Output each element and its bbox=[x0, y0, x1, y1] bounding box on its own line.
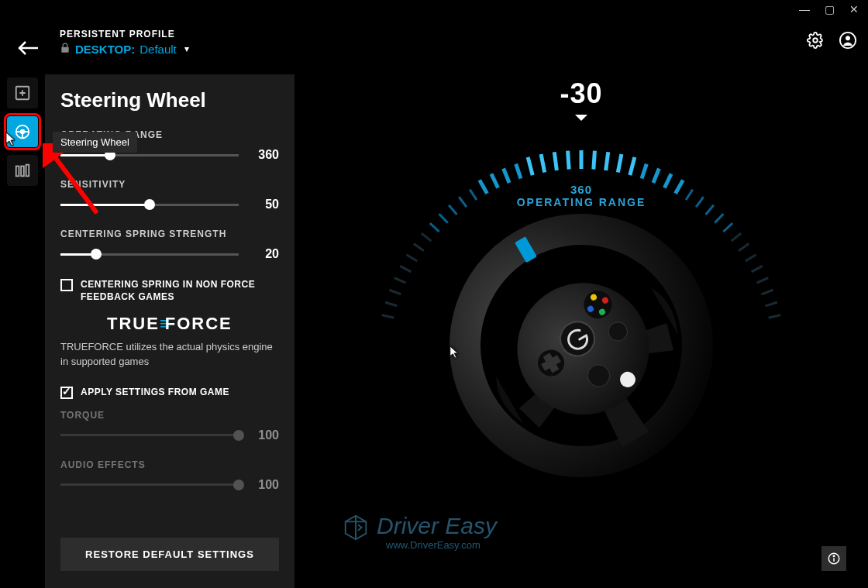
svg-line-32 bbox=[480, 180, 487, 193]
svg-line-45 bbox=[642, 164, 646, 179]
svg-line-61 bbox=[769, 315, 781, 318]
svg-line-53 bbox=[723, 223, 732, 232]
panel-title: Steering Wheel bbox=[60, 88, 279, 112]
profile-name: Default bbox=[140, 43, 177, 56]
torque-label: TORQUE bbox=[60, 410, 279, 421]
svg-line-26 bbox=[422, 233, 431, 241]
svg-line-37 bbox=[541, 154, 545, 173]
apply-from-game-label: APPLY SETTINGS FROM GAME bbox=[81, 386, 229, 398]
svg-line-36 bbox=[528, 157, 532, 175]
svg-rect-6 bbox=[16, 167, 19, 177]
centering-label: CENTERING SPRING STRENGTH bbox=[60, 229, 279, 239]
svg-point-5 bbox=[21, 130, 25, 134]
svg-line-58 bbox=[757, 278, 769, 284]
close-button[interactable]: ✕ bbox=[846, 3, 862, 15]
operating-range-value: 360 bbox=[248, 148, 279, 162]
svg-line-57 bbox=[752, 266, 763, 271]
svg-line-42 bbox=[606, 152, 608, 170]
profile-scope: DESKTOP: bbox=[75, 43, 135, 56]
svg-line-46 bbox=[653, 169, 659, 184]
operating-range-slider[interactable] bbox=[60, 154, 239, 156]
svg-line-49 bbox=[686, 190, 693, 200]
profile-heading: PERSISTENT PROFILE bbox=[60, 29, 189, 40]
checkbox-icon bbox=[60, 279, 73, 291]
centering-nonffb-checkbox[interactable]: CENTERING SPRING IN NON FORCE FEEDBACK G… bbox=[60, 278, 279, 303]
minimize-button[interactable]: — bbox=[797, 3, 812, 15]
bars-icon bbox=[14, 162, 31, 179]
svg-line-23 bbox=[400, 266, 411, 271]
sensitivity-value: 50 bbox=[248, 198, 279, 211]
checkbox-checked-icon bbox=[60, 387, 73, 399]
apply-from-game-checkbox[interactable]: APPLY SETTINGS FROM GAME bbox=[60, 386, 279, 399]
trueforce-description: TRUEFORCE utilizes the actual physics en… bbox=[60, 340, 279, 368]
steering-wheel-icon bbox=[14, 123, 31, 140]
svg-line-19 bbox=[382, 315, 394, 318]
centering-value: 20 bbox=[248, 247, 279, 261]
svg-line-28 bbox=[439, 214, 448, 223]
back-arrow-icon bbox=[18, 40, 38, 56]
watermark-logo-icon bbox=[341, 513, 370, 542]
svg-line-41 bbox=[594, 151, 595, 170]
svg-line-33 bbox=[491, 174, 498, 187]
account-button[interactable] bbox=[839, 32, 856, 52]
sensitivity-slider[interactable] bbox=[60, 204, 239, 206]
svg-rect-7 bbox=[21, 167, 24, 177]
svg-line-60 bbox=[766, 302, 777, 306]
svg-point-88 bbox=[833, 555, 835, 557]
info-button[interactable] bbox=[822, 546, 846, 571]
restore-defaults-button[interactable]: RESTORE DEFAULT SETTINGS bbox=[60, 538, 279, 571]
audio-effects-slider bbox=[60, 483, 239, 486]
gear-icon bbox=[807, 32, 824, 49]
torque-slider bbox=[60, 434, 239, 436]
svg-line-50 bbox=[696, 197, 704, 207]
tooltip: Steering Wheel bbox=[53, 132, 137, 153]
svg-line-21 bbox=[389, 290, 401, 294]
angle-readout: -30 bbox=[560, 77, 602, 110]
audio-effects-value: 100 bbox=[248, 478, 279, 492]
svg-line-34 bbox=[504, 169, 509, 184]
torque-value: 100 bbox=[248, 428, 279, 442]
wheel-visual bbox=[450, 214, 713, 480]
centering-slider[interactable] bbox=[60, 253, 239, 256]
lock-icon bbox=[60, 43, 71, 56]
info-icon bbox=[827, 552, 841, 566]
add-profile-button[interactable] bbox=[7, 77, 38, 108]
range-value: 360 bbox=[517, 183, 646, 196]
svg-line-56 bbox=[746, 255, 756, 261]
svg-line-47 bbox=[664, 174, 671, 187]
steering-wheel-tab[interactable] bbox=[7, 116, 38, 147]
trueforce-logo: TRUE≡FORCE bbox=[107, 314, 279, 334]
svg-line-24 bbox=[407, 255, 418, 261]
svg-line-39 bbox=[568, 151, 570, 170]
svg-line-54 bbox=[732, 233, 741, 241]
range-label: OPERATING RANGE bbox=[517, 196, 646, 208]
svg-line-38 bbox=[554, 152, 556, 170]
audio-effects-label: AUDIO EFFECTS bbox=[60, 459, 279, 470]
svg-line-25 bbox=[414, 244, 424, 251]
maximize-button[interactable]: ▢ bbox=[822, 3, 837, 15]
watermark: Driver Easy www.DriverEasy.com bbox=[341, 513, 497, 551]
pedals-tab[interactable] bbox=[7, 155, 38, 186]
profile-selector[interactable]: DESKTOP: Default ▾ bbox=[60, 43, 189, 56]
plus-square-icon bbox=[14, 84, 31, 101]
settings-button[interactable] bbox=[807, 32, 824, 52]
svg-line-30 bbox=[459, 197, 467, 207]
chevron-down-icon: ▾ bbox=[184, 43, 189, 54]
svg-line-59 bbox=[762, 290, 773, 294]
svg-line-31 bbox=[470, 190, 477, 200]
svg-line-43 bbox=[618, 154, 622, 173]
svg-rect-8 bbox=[26, 165, 29, 177]
profile-icon bbox=[839, 32, 856, 49]
svg-point-2 bbox=[846, 36, 850, 40]
sensitivity-label: SENSITIVITY bbox=[60, 179, 279, 190]
svg-line-22 bbox=[394, 278, 406, 284]
svg-line-27 bbox=[430, 223, 439, 232]
svg-line-52 bbox=[715, 214, 723, 223]
svg-line-44 bbox=[630, 157, 635, 175]
centering-nonffb-label: CENTERING SPRING IN NON FORCE FEEDBACK G… bbox=[81, 278, 279, 303]
back-button[interactable] bbox=[12, 23, 44, 60]
svg-line-35 bbox=[516, 164, 521, 179]
svg-line-55 bbox=[739, 244, 749, 251]
svg-point-0 bbox=[813, 38, 818, 43]
svg-line-20 bbox=[385, 302, 397, 306]
